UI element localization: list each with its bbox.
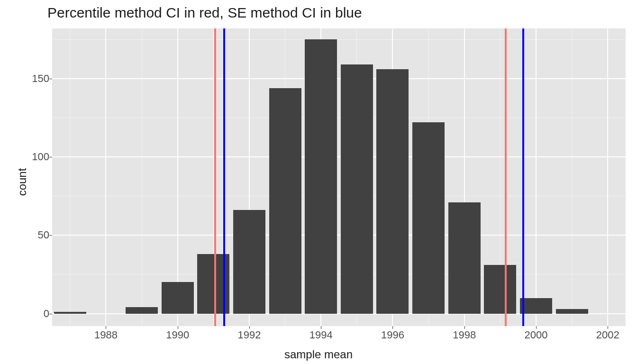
histogram-bar (269, 88, 301, 314)
x-tick-mark (608, 326, 608, 329)
grid-x-minor (142, 28, 142, 326)
y-tick-label: 100 (32, 151, 49, 163)
x-tick-label: 2002 (596, 329, 619, 341)
grid-x-major (607, 28, 608, 326)
grid-y-minor (52, 118, 626, 118)
y-tick-mark (49, 314, 52, 314)
grid-y-major (52, 235, 626, 236)
x-tick-mark (106, 326, 106, 329)
histogram-bar (54, 312, 86, 313)
histogram-bar (520, 298, 552, 314)
grid-x-minor (70, 28, 70, 326)
plot-panel (52, 28, 626, 326)
y-tick-label: 50 (38, 229, 49, 241)
grid-x-minor (572, 28, 572, 326)
x-tick-label: 1988 (94, 329, 118, 341)
grid-y-minor (52, 196, 626, 196)
histogram-bar (484, 265, 516, 313)
chart-container: Percentile method CI in red, SE method C… (0, 0, 637, 364)
histogram-bar (305, 39, 337, 313)
ci-line-percentile (505, 28, 507, 326)
histogram-bar (162, 282, 194, 313)
histogram-bar (448, 202, 481, 314)
grid-y-minor (52, 274, 626, 274)
y-tick-mark (49, 235, 52, 236)
histogram-bar (376, 69, 409, 314)
histogram-bar (556, 309, 588, 314)
y-tick-label: 0 (44, 308, 49, 320)
y-axis-label: count (16, 168, 29, 196)
ci-line-se (223, 28, 225, 326)
y-tick-label: 150 (32, 73, 49, 85)
grid-y-major (52, 156, 626, 157)
x-tick-label: 1994 (309, 329, 333, 341)
y-tick-mark (49, 79, 52, 79)
x-tick-label: 2000 (524, 329, 547, 341)
grid-x-major (105, 28, 106, 326)
grid-y-major (52, 78, 626, 79)
x-tick-mark (392, 326, 393, 329)
grid-y-minor (52, 39, 626, 40)
ci-line-percentile (214, 28, 216, 326)
x-tick-label: 1998 (453, 329, 476, 341)
ci-line-se (522, 28, 524, 326)
histogram-bar (126, 307, 158, 313)
x-tick-label: 1996 (381, 329, 404, 341)
grid-x-major (177, 28, 178, 326)
histogram-bar (412, 122, 445, 313)
x-tick-label: 1990 (166, 329, 189, 341)
histogram-bar (233, 210, 265, 313)
grid-x-major (536, 28, 537, 326)
x-tick-mark (536, 326, 537, 329)
y-tick-mark (49, 157, 52, 157)
x-axis-label: sample mean (284, 348, 353, 361)
histogram-bar (341, 64, 373, 314)
x-tick-mark (249, 326, 250, 329)
x-tick-mark (464, 326, 465, 329)
x-tick-mark (321, 326, 321, 329)
x-tick-mark (178, 326, 178, 329)
chart-title: Percentile method CI in red, SE method C… (47, 5, 362, 21)
x-tick-label: 1992 (237, 329, 261, 341)
